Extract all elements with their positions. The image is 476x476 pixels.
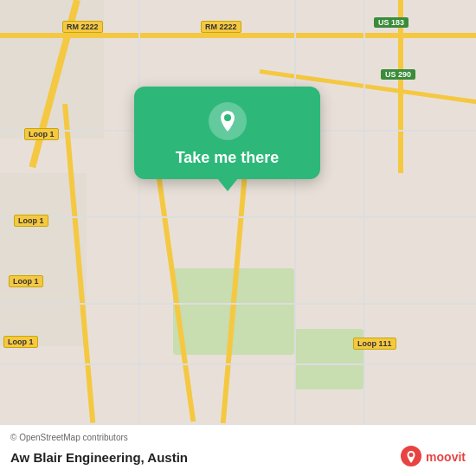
take-me-there-button[interactable]: Take me there <box>176 149 280 167</box>
bottom-bar: © OpenStreetMap contributors Aw Blair En… <box>0 424 476 476</box>
label-loop111: Loop 111 <box>353 338 396 350</box>
popup-card: Take me there <box>134 87 320 179</box>
label-us290: US 290 <box>381 69 415 80</box>
rm2222-road <box>0 33 476 38</box>
minor-road-h3 <box>0 303 476 305</box>
label-loop1-mid: Loop 1 <box>14 215 48 227</box>
moovit-logo: moovit <box>400 446 466 468</box>
moovit-text: moovit <box>426 450 466 464</box>
label-us183: US 183 <box>374 17 408 28</box>
minor-road-v1 <box>138 0 140 424</box>
location-name: Aw Blair Engineering, Austin <box>10 450 188 465</box>
moovit-icon <box>400 446 422 468</box>
label-loop1-lower: Loop 1 <box>9 275 43 287</box>
label-loop1-top: Loop 1 <box>24 128 59 140</box>
label-loop1-bottom: Loop 1 <box>3 336 38 348</box>
label-rm2222-left: RM 2222 <box>62 21 103 33</box>
map-container: RM 2222 RM 2222 US 183 US 290 Loop 1 Loo… <box>0 0 476 424</box>
svg-point-1 <box>224 114 231 121</box>
location-row: Aw Blair Engineering, Austin moovit <box>10 446 466 468</box>
location-pin-icon <box>209 102 247 140</box>
map-background: RM 2222 RM 2222 US 183 US 290 Loop 1 Loo… <box>0 0 476 424</box>
minor-road-v3 <box>363 0 365 424</box>
minor-road-h4 <box>0 363 476 365</box>
svg-point-3 <box>409 453 414 457</box>
label-rm2222-center: RM 2222 <box>201 21 241 33</box>
minor-road-v2 <box>294 0 296 424</box>
attribution-text: © OpenStreetMap contributors <box>10 433 466 442</box>
minor-road-h2 <box>0 216 476 218</box>
